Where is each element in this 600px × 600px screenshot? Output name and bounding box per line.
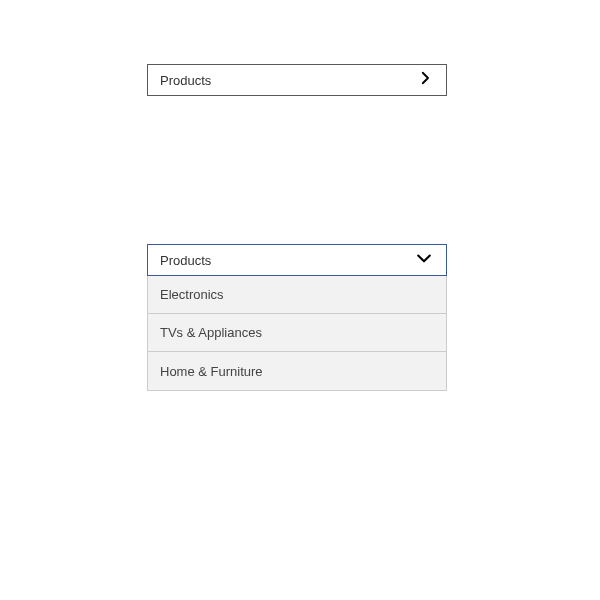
dropdown-item-label: TVs & Appliances — [160, 325, 262, 340]
dropdown-item-label: Home & Furniture — [160, 364, 263, 379]
chevron-right-icon — [416, 69, 434, 91]
chevron-down-icon — [414, 248, 434, 272]
dropdown-item-electronics[interactable]: Electronics — [148, 276, 446, 314]
dropdown-open-label: Products — [160, 253, 211, 268]
dropdown-list: Electronics TVs & Appliances Home & Furn… — [147, 276, 447, 391]
dropdown-item-label: Electronics — [160, 287, 224, 302]
dropdown-item-tvs-appliances[interactable]: TVs & Appliances — [148, 314, 446, 352]
dropdown-item-home-furniture[interactable]: Home & Furniture — [148, 352, 446, 390]
dropdown-closed-label: Products — [160, 73, 211, 88]
dropdown-closed[interactable]: Products — [147, 64, 447, 96]
dropdown-open-header[interactable]: Products — [147, 244, 447, 276]
dropdown-open: Products Electronics TVs & Appliances Ho… — [147, 244, 447, 391]
